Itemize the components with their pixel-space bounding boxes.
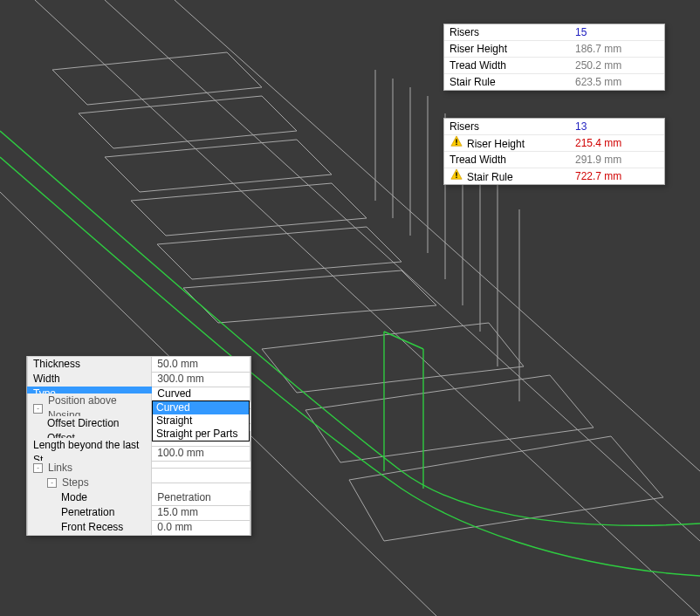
property-label: Front Recess — [61, 520, 123, 535]
property-label-cell: Mode — [27, 490, 152, 506]
info-row: Risers13 — [444, 119, 664, 135]
property-label-cell: -Steps — [27, 476, 152, 491]
info-label: Stair Rule — [450, 74, 575, 90]
svg-rect-20 — [456, 172, 456, 175]
info-value: 623.5 mm — [575, 74, 659, 90]
property-label: Mode — [61, 490, 87, 505]
info-value: 13 — [575, 119, 659, 134]
property-row[interactable]: Length beyond the last St...100.0 mm — [27, 446, 250, 461]
warning-icon — [450, 168, 463, 181]
property-value-cell[interactable]: 300.0 mm — [152, 372, 250, 387]
handrail-properties-panel[interactable]: Thickness50.0 mmWidth300.0 mmTypeCurved-… — [26, 356, 251, 536]
info-label: Tread Width — [450, 152, 575, 168]
property-value-cell[interactable]: 15.0 mm — [152, 505, 250, 521]
info-row: Risers15 — [444, 24, 664, 41]
info-row: Tread Width250.2 mm — [444, 58, 664, 74]
property-label-cell: Width — [27, 372, 152, 387]
property-row[interactable]: Penetration15.0 mm — [27, 505, 250, 520]
info-row: Riser Height186.7 mm — [444, 41, 664, 58]
info-value: 291.9 mm — [575, 152, 659, 168]
property-value-cell[interactable] — [152, 483, 250, 483]
property-value-cell[interactable]: 0.0 mm — [152, 520, 250, 536]
property-label-cell: Thickness — [27, 356, 152, 373]
info-row: Stair Rule722.7 mm — [444, 168, 664, 184]
property-value-cell[interactable]: Penetration — [152, 490, 250, 506]
info-value: 250.2 mm — [575, 58, 659, 73]
property-label-cell: Penetration — [27, 505, 152, 521]
info-label: Risers — [450, 24, 575, 40]
warning-icon — [450, 134, 463, 148]
info-label-text: Risers — [450, 120, 479, 133]
info-label: Risers — [450, 119, 575, 134]
info-label-text: Stair Rule — [450, 76, 496, 88]
info-row: Tread Width291.9 mm — [444, 152, 664, 168]
property-label-cell: -Links — [27, 461, 152, 476]
property-label: Steps — [62, 476, 89, 490]
property-group-header[interactable]: -Links — [27, 461, 250, 476]
stair-info-panel-warning: Risers13Riser Height215.4 mmTread Width2… — [443, 118, 665, 185]
property-value-cell[interactable]: 100.0 mm — [152, 446, 250, 462]
property-label-cell: Offset Direction — [27, 416, 152, 432]
info-label: Tread Width — [450, 58, 575, 73]
property-value-cell[interactable]: 50.0 mm — [152, 356, 250, 373]
info-row: Riser Height215.4 mm — [444, 135, 664, 152]
info-label: Riser Height — [450, 41, 575, 57]
info-value: 186.7 mm — [575, 41, 659, 57]
svg-rect-18 — [456, 144, 456, 145]
property-label: Offset Direction — [47, 416, 119, 431]
property-group-header[interactable]: -Steps — [27, 476, 250, 490]
property-label: Penetration — [61, 505, 114, 520]
property-value-cell[interactable]: Curved — [152, 387, 250, 402]
collapse-icon[interactable]: - — [47, 478, 57, 488]
info-label-text: Riser Height — [467, 138, 525, 150]
stair-info-panel-valid: Risers15Riser Height186.7 mmTread Width2… — [443, 24, 665, 91]
info-label-text: Tread Width — [450, 154, 506, 166]
info-label-text: Riser Height — [450, 43, 507, 55]
svg-line-15 — [384, 332, 423, 349]
info-label-text: Tread Width — [450, 59, 506, 72]
property-label-cell: Front Recess — [27, 520, 152, 536]
info-label-text: Risers — [450, 26, 479, 38]
property-value-cell[interactable] — [152, 468, 250, 469]
info-value: 722.7 mm — [575, 168, 659, 184]
dropdown-option[interactable]: Straight — [153, 414, 249, 428]
dropdown-option[interactable]: Straight per Parts — [153, 428, 249, 441]
type-dropdown-list[interactable]: CurvedStraightStraight per Parts — [152, 400, 250, 441]
svg-rect-17 — [456, 139, 456, 142]
dropdown-option[interactable]: Curved — [153, 401, 249, 414]
property-row[interactable]: Front Recess0.0 mm — [27, 520, 250, 535]
property-row[interactable]: ModePenetration — [27, 490, 250, 505]
info-label-text: Stair Rule — [467, 171, 513, 183]
property-row[interactable]: Width300.0 mm — [27, 372, 250, 387]
info-label: Stair Rule — [450, 168, 575, 185]
svg-rect-21 — [456, 177, 456, 178]
property-label: Links — [48, 461, 72, 476]
info-value: 15 — [575, 24, 659, 40]
info-value: 215.4 mm — [575, 135, 659, 151]
info-label: Riser Height — [450, 134, 575, 152]
property-row[interactable]: Thickness50.0 mm — [27, 357, 250, 372]
info-row: Stair Rule623.5 mm — [444, 74, 664, 90]
collapse-icon[interactable]: - — [33, 404, 43, 414]
collapse-icon[interactable]: - — [33, 463, 43, 473]
property-label: Thickness — [33, 357, 80, 372]
property-label: Width — [33, 372, 60, 387]
